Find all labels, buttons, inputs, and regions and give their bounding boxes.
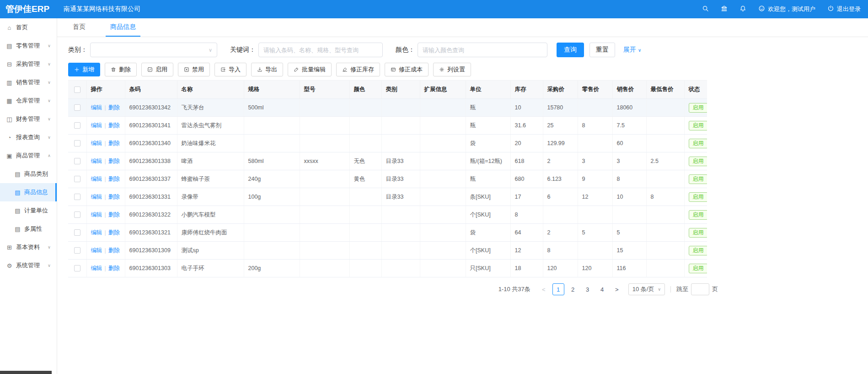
delete-link[interactable]: 删除 xyxy=(108,140,120,146)
row-checkbox[interactable] xyxy=(74,104,80,111)
add-button[interactable]: 新增 xyxy=(68,63,100,76)
search-button[interactable]: 查询 xyxy=(557,43,584,57)
logout-button[interactable]: 退出登录 xyxy=(827,5,861,13)
page-size-select[interactable]: 10 条/页∨ xyxy=(628,283,665,295)
row-checkbox[interactable] xyxy=(74,158,80,164)
finance-icon: ◫ xyxy=(6,116,13,123)
table-cell xyxy=(646,224,684,242)
search-icon[interactable] xyxy=(702,5,709,13)
edit-link[interactable]: 编辑 xyxy=(91,247,102,254)
reset-button[interactable]: 重置 xyxy=(589,43,615,57)
column-settings-button[interactable]: 列设置 xyxy=(433,63,471,76)
expand-link[interactable]: 展开∨ xyxy=(623,46,641,54)
tab-home[interactable]: 首页 xyxy=(68,18,90,37)
sidebar-item-home[interactable]: ⌂首页 xyxy=(0,18,57,37)
bell-icon[interactable] xyxy=(739,5,746,13)
edit-link[interactable]: 编辑 xyxy=(91,140,102,146)
page-button-3[interactable]: 3 xyxy=(582,283,594,295)
prev-page-button[interactable]: < xyxy=(538,283,550,295)
edit-link[interactable]: 编辑 xyxy=(91,122,102,129)
edit-link[interactable]: 编辑 xyxy=(91,158,102,164)
sidebar-item-sales-management[interactable]: ▥销售管理∨ xyxy=(0,73,57,92)
edit-link[interactable]: 编辑 xyxy=(91,104,102,111)
link-separator: | xyxy=(105,122,106,129)
export-button[interactable]: 导出 xyxy=(251,63,283,76)
delete-link[interactable]: 删除 xyxy=(108,247,120,254)
enable-button[interactable]: 启用 xyxy=(141,63,173,76)
status-badge[interactable]: 启用 xyxy=(689,246,707,255)
row-checkbox[interactable] xyxy=(74,176,80,182)
sidebar-item-basic-data[interactable]: ⊞基本资料∨ xyxy=(0,238,57,256)
checkbox-cell xyxy=(68,260,86,277)
status-badge[interactable]: 启用 xyxy=(689,157,707,166)
fix-stock-button[interactable]: 修正库存 xyxy=(336,63,380,76)
status-badge[interactable]: 启用 xyxy=(689,139,707,148)
color-input[interactable] xyxy=(418,43,547,57)
edit-link[interactable]: 编辑 xyxy=(91,265,102,271)
table-cell: 2 xyxy=(543,224,578,242)
row-checkbox[interactable] xyxy=(74,265,80,271)
sidebar-item-finance-management[interactable]: ◫财务管理∨ xyxy=(0,110,57,128)
row-checkbox[interactable] xyxy=(74,247,80,254)
tab-product-info[interactable]: 商品信息 xyxy=(106,18,140,37)
next-page-button[interactable]: > xyxy=(611,283,623,295)
fix-cost-button[interactable]: 修正成本 xyxy=(385,63,429,76)
jump-page-input[interactable] xyxy=(691,283,709,295)
status-badge[interactable]: 启用 xyxy=(689,264,707,273)
delete-link[interactable]: 删除 xyxy=(108,194,120,200)
status-badge[interactable]: 启用 xyxy=(689,210,707,220)
edit-link[interactable]: 编辑 xyxy=(91,229,102,236)
row-checkbox[interactable] xyxy=(74,122,80,129)
delete-link[interactable]: 删除 xyxy=(108,176,120,182)
table-cell: 奶油味爆米花 xyxy=(177,135,244,152)
sidebar-item-purchase-management[interactable]: ⊟采购管理∨ xyxy=(0,55,57,73)
delete-link[interactable]: 删除 xyxy=(108,122,120,129)
sidebar-item-system-management[interactable]: ⚙系统管理∨ xyxy=(0,256,57,275)
page-button-1[interactable]: 1 xyxy=(552,283,564,295)
edit-link[interactable]: 编辑 xyxy=(91,211,102,218)
table-cell: 电子手环 xyxy=(177,260,244,277)
sidebar-item-measure-unit[interactable]: ▤计量单位 xyxy=(0,201,57,220)
status-badge[interactable]: 启用 xyxy=(689,192,707,202)
sidebar-item-product-category[interactable]: ▤商品类别 xyxy=(0,165,57,183)
disable-button[interactable]: 禁用 xyxy=(178,63,210,76)
category-select[interactable]: ∨ xyxy=(90,43,217,57)
row-checkbox[interactable] xyxy=(74,229,80,236)
page-button-2[interactable]: 2 xyxy=(567,283,579,295)
user-welcome[interactable]: 欢迎您，测试用户 xyxy=(758,5,815,13)
page-button-4[interactable]: 4 xyxy=(596,283,608,295)
import-button[interactable]: 导入 xyxy=(214,63,246,76)
sidebar-item-product-management[interactable]: ▣商品管理∧ xyxy=(0,146,57,165)
row-checkbox[interactable] xyxy=(74,194,80,200)
keyword-input[interactable] xyxy=(258,43,383,57)
delete-link[interactable]: 删除 xyxy=(108,158,120,164)
column-header: 名称 xyxy=(177,81,244,99)
sidebar-item-product-info[interactable]: ▤商品信息 xyxy=(0,183,57,201)
table-cell: 测试sp xyxy=(177,242,244,260)
edit-link[interactable]: 编辑 xyxy=(91,176,102,182)
table-cell: 8 xyxy=(646,188,684,206)
status-badge[interactable]: 启用 xyxy=(689,121,707,130)
status-badge[interactable]: 启用 xyxy=(689,228,707,238)
status-badge[interactable]: 启用 xyxy=(689,103,707,113)
row-checkbox[interactable] xyxy=(74,211,80,218)
sidebar-item-retail-management[interactable]: ▤零售管理∨ xyxy=(0,37,57,55)
sidebar-item-label: 多属性 xyxy=(24,225,42,233)
sidebar-item-report-query[interactable]: ◔报表查询∨ xyxy=(0,128,57,146)
row-checkbox[interactable] xyxy=(74,140,80,146)
sidebar-item-multi-attribute[interactable]: ▤多属性 xyxy=(0,220,57,238)
sidebar-collapse-bar[interactable] xyxy=(0,371,52,374)
edit-link[interactable]: 编辑 xyxy=(91,194,102,200)
select-all-checkbox[interactable] xyxy=(74,87,80,93)
keyword-label: 关键词： xyxy=(230,46,256,54)
table-cell: 6901236301322 xyxy=(125,206,177,224)
bank-icon[interactable] xyxy=(721,5,728,13)
delete-link[interactable]: 删除 xyxy=(108,265,120,271)
delete-button[interactable]: 删除 xyxy=(105,63,137,76)
batch-edit-button[interactable]: 批量编辑 xyxy=(288,63,332,76)
delete-link[interactable]: 删除 xyxy=(108,104,120,111)
status-badge[interactable]: 启用 xyxy=(689,174,707,184)
delete-link[interactable]: 删除 xyxy=(108,211,120,218)
sidebar-item-warehouse-management[interactable]: ▦仓库管理∨ xyxy=(0,92,57,110)
delete-link[interactable]: 删除 xyxy=(108,229,120,236)
